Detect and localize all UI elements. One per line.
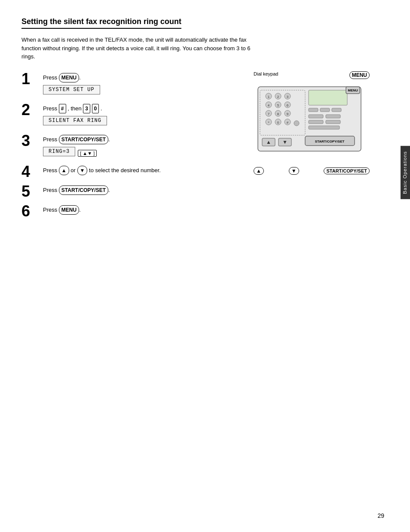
svg-point-26 (294, 121, 299, 126)
ring-display: RING=3 [ ▲▼ ] (43, 147, 241, 160)
hash-key: # (59, 104, 66, 113)
step-3-content: Press START/COPY/SET. RING=3 [ ▲▼ ] (43, 133, 241, 160)
start-copy-set-key-5: START/COPY/SET (59, 185, 108, 195)
diagram-labels: Dial keypad MENU (254, 71, 370, 79)
step-6-period: . (79, 207, 81, 213)
svg-text:#: # (287, 121, 289, 125)
up-arrow-key: ▲ (59, 166, 69, 175)
svg-rect-35 (309, 126, 340, 129)
step-4-or: or (70, 167, 77, 173)
steps-column: 1 Press MENU. SYSTEM SET UP 2 Press # (21, 71, 241, 223)
svg-text:▼: ▼ (282, 139, 288, 145)
step-2-text: Press # , then 3 0 . (43, 104, 241, 113)
step-2: 2 Press # , then 3 0 . SILENT FAX RING (21, 102, 241, 129)
key-3: 3 (83, 104, 90, 113)
svg-text:6: 6 (287, 103, 289, 107)
step-4-number: 4 (21, 164, 43, 179)
step-2-content: Press # , then 3 0 . SILENT FAX RING (43, 102, 241, 129)
step-3-period: . (108, 136, 110, 143)
fax-machine-diagram: 1 2 3 4 5 6 7 8 (254, 82, 374, 165)
step-2-number: 2 (21, 102, 43, 118)
svg-text:MENU: MENU (348, 88, 358, 92)
menu-key-1: MENU (59, 73, 79, 82)
step-1-text: Press MENU. (43, 73, 241, 82)
svg-text:1: 1 (268, 95, 270, 99)
sidebar-tab: Basic Operations (401, 146, 410, 199)
page-number: 29 (377, 512, 384, 519)
svg-text:START/COPY/SET: START/COPY/SET (315, 140, 345, 143)
lcd-system-set-up: SYSTEM SET UP (43, 85, 100, 94)
step-2-period: . (101, 105, 102, 112)
down-arrow-diagram: ▼ (289, 167, 299, 175)
dial-keypad-label: Dial keypad (254, 71, 278, 79)
step-4-content: Press ▲ or ▼ to select the desired numbe… (43, 164, 241, 178)
up-arrow-diagram: ▲ (254, 167, 264, 175)
svg-text:*: * (268, 121, 269, 125)
svg-rect-34 (326, 120, 340, 124)
lcd-ring-3: RING=3 (43, 147, 75, 156)
svg-text:4: 4 (268, 103, 270, 107)
down-arrow-key: ▼ (77, 166, 88, 175)
step-5-press-label: Press (43, 187, 59, 193)
step-4: 4 Press ▲ or ▼ to select the desired num… (21, 164, 241, 179)
svg-rect-27 (309, 90, 347, 105)
step-1-content: Press MENU. SYSTEM SET UP (43, 71, 241, 98)
svg-text:0: 0 (277, 121, 279, 125)
svg-rect-28 (309, 108, 318, 112)
step-6-number: 6 (21, 204, 43, 219)
diagram-column: Dial keypad MENU 1 2 (254, 71, 374, 223)
menu-diagram-label: MENU (349, 71, 370, 79)
step-5-content: Press START/COPY/SET. (43, 184, 241, 198)
step-3: 3 Press START/COPY/SET. RING=3 [ ▲▼ ] (21, 133, 241, 160)
intro-text: When a fax call is received in the TEL/F… (21, 36, 262, 61)
step-4-instruction: to select the desired number. (89, 167, 161, 173)
lcd-silent-fax-ring: SILENT FAX RING (43, 116, 107, 125)
step-6-content: Press MENU. (43, 204, 241, 217)
svg-rect-31 (309, 115, 323, 118)
menu-key-6: MENU (59, 205, 79, 215)
step-3-number: 3 (21, 133, 43, 149)
step-4-press-label: Press (43, 167, 59, 173)
step-6: 6 Press MENU. (21, 204, 241, 219)
arrow-indicators: [ ▲▼ ] (78, 150, 97, 157)
svg-text:▲: ▲ (266, 139, 271, 145)
diagram-bottom-labels: ▲ ▼ START/COPY/SET (254, 167, 370, 175)
step-6-text: Press MENU. (43, 205, 241, 215)
step-5-period: . (108, 187, 110, 193)
svg-text:3: 3 (287, 95, 289, 99)
step-5-number: 5 (21, 184, 43, 199)
sidebar-label: Basic Operations (402, 151, 407, 194)
step-6-press-label: Press (43, 207, 59, 213)
step-5: 5 Press START/COPY/SET. (21, 184, 241, 199)
step-3-text: Press START/COPY/SET. (43, 135, 241, 144)
svg-text:2: 2 (277, 95, 279, 99)
svg-text:8: 8 (277, 112, 279, 116)
start-copy-set-key-3: START/COPY/SET (59, 135, 108, 144)
start-copy-set-diagram: START/COPY/SET (324, 167, 370, 174)
page-title: Setting the silent fax recognition ring … (21, 17, 181, 29)
step-1-period: . (79, 74, 81, 81)
page-content: Setting the silent fax recognition ring … (0, 0, 395, 240)
svg-rect-33 (309, 120, 323, 124)
svg-rect-29 (320, 108, 330, 112)
svg-text:7: 7 (268, 112, 270, 116)
fax-machine-svg: 1 2 3 4 5 6 7 8 (254, 82, 370, 164)
svg-text:9: 9 (287, 112, 289, 116)
step-2-then: , then (67, 105, 83, 112)
svg-rect-32 (326, 115, 340, 118)
step-1-number: 1 (21, 71, 43, 87)
step-5-text: Press START/COPY/SET. (43, 185, 241, 195)
key-0: 0 (92, 104, 99, 113)
main-layout: 1 Press MENU. SYSTEM SET UP 2 Press # (21, 71, 374, 223)
svg-text:5: 5 (277, 103, 279, 107)
step-3-press-label: Press (43, 136, 59, 143)
step-2-press-label: Press (43, 105, 59, 112)
svg-rect-30 (332, 108, 341, 112)
step-4-text: Press ▲ or ▼ to select the desired numbe… (43, 166, 241, 175)
step-1-press-label: Press (43, 74, 59, 81)
step-1: 1 Press MENU. SYSTEM SET UP (21, 71, 241, 98)
